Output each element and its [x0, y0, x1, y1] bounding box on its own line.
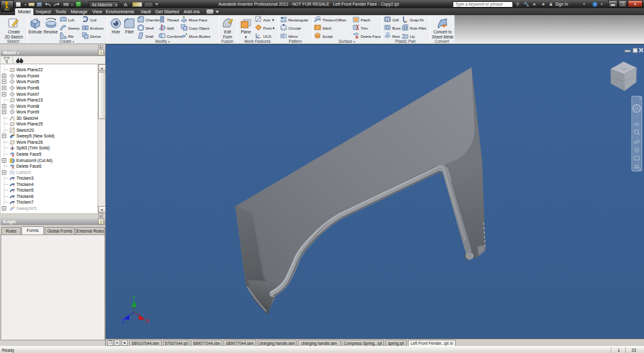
- svg-text:Y: Y: [132, 294, 137, 301]
- svg-text:PRO: PRO: [4, 9, 9, 11]
- svg-text:Z: Z: [121, 317, 125, 324]
- svg-text:X: X: [145, 317, 150, 324]
- svg-text:A: A: [84, 26, 87, 30]
